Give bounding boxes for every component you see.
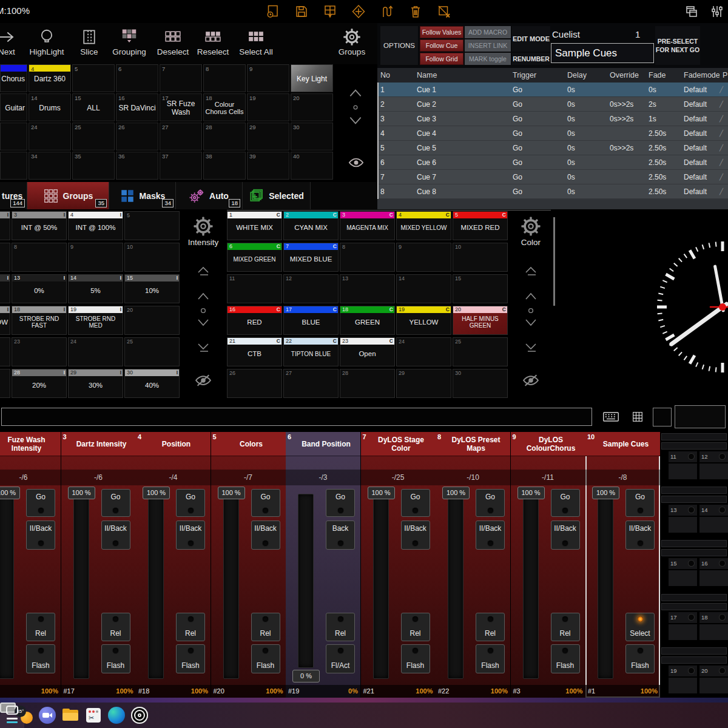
group-cell[interactable]: 17SR Fuze Wash — [160, 93, 202, 121]
gear-icon[interactable] — [193, 216, 214, 237]
tab-selected[interactable]: Selected — [243, 182, 311, 209]
module-strip[interactable] — [661, 442, 727, 450]
windows-stack-icon[interactable] — [684, 4, 699, 19]
fader-value-badge[interactable]: 100 % — [0, 487, 20, 499]
go-button[interactable]: Go — [476, 489, 505, 517]
color-cell[interactable]: 22CTIPTON BLUE — [283, 337, 339, 366]
module-strip[interactable] — [661, 594, 727, 601]
toolbar-next-button[interactable]: Next — [0, 23, 21, 64]
group-cell[interactable]: 19 — [247, 93, 289, 121]
rel-button[interactable]: Rel — [251, 613, 280, 641]
module-strip[interactable] — [661, 603, 727, 610]
ii-back-button[interactable]: II/Back — [551, 521, 580, 550]
fader-value-badge[interactable]: 100 % — [143, 487, 170, 499]
page-down-icon[interactable] — [192, 315, 214, 330]
faders-icon[interactable] — [710, 4, 724, 19]
flash-button[interactable]: Flash — [26, 644, 55, 673]
module-cell[interactable]: 13 — [669, 505, 697, 533]
gear-icon[interactable] — [521, 216, 541, 237]
intensity-cell[interactable]: 18ISTROBE RND FAST — [12, 306, 67, 335]
group-cell[interactable] — [0, 123, 27, 150]
module-strip[interactable] — [661, 656, 727, 664]
flash-button[interactable]: Flash — [251, 644, 280, 673]
flash-button[interactable]: Flash — [476, 644, 505, 673]
keyboard-icon[interactable] — [598, 408, 624, 425]
group-cell[interactable]: 37 — [160, 152, 202, 180]
eye-icon[interactable] — [345, 154, 367, 171]
go-button[interactable]: Go — [625, 489, 655, 517]
scroll-bottom-icon[interactable] — [520, 340, 542, 354]
module-cell[interactable]: 17 — [669, 612, 697, 640]
cue-row[interactable]: 2Cue 2Go0s0s>>2s2sDefault╱ — [377, 97, 728, 112]
group-cell[interactable]: 6 — [116, 64, 158, 92]
color-cell[interactable]: 11 — [227, 274, 282, 303]
options-button[interactable]: OPTIONS — [380, 26, 418, 65]
new-show-icon[interactable] — [266, 4, 280, 19]
position-icon[interactable] — [351, 4, 366, 19]
toolbar-reselect-button[interactable]: Reselect — [193, 23, 233, 64]
color-cell[interactable]: 14 — [396, 274, 451, 303]
flash-button[interactable]: Flash — [176, 644, 205, 673]
toolbar-deselect-button[interactable]: Deselect — [153, 23, 193, 64]
go-button[interactable]: Go — [326, 489, 355, 517]
color-cell[interactable]: 4CMIXED YELLOW — [396, 211, 451, 240]
tab-groups[interactable]: Groups35 — [27, 182, 109, 209]
fader-track[interactable] — [148, 493, 164, 679]
fader-track[interactable] — [73, 493, 89, 679]
intensity-cell[interactable] — [0, 369, 10, 398]
teams-icon[interactable] — [39, 707, 56, 724]
group-cell[interactable]: 24 — [29, 123, 71, 150]
color-cell[interactable]: 13 — [340, 274, 395, 303]
cuelist-name-field[interactable] — [551, 43, 654, 63]
group-cell[interactable]: 25 — [72, 123, 115, 150]
color-cell[interactable]: 12 — [283, 274, 339, 303]
group-cell[interactable]: 27 — [160, 123, 202, 150]
color-cell[interactable]: 28 — [340, 369, 395, 398]
module-cell[interactable]: 16 — [699, 558, 728, 586]
group-cell[interactable]: 7 — [160, 64, 202, 92]
color-cell[interactable]: 1CWHITE MIX — [227, 211, 282, 240]
intensity-cell[interactable]: 29I30% — [68, 369, 123, 398]
flash-button[interactable]: Flash — [101, 644, 130, 673]
color-cell[interactable]: 21CCTB — [227, 337, 282, 366]
edge-browser-icon[interactable] — [108, 707, 125, 724]
group-cell[interactable]: ur Chorus — [0, 64, 27, 92]
module-strip[interactable] — [661, 540, 727, 547]
group-cell[interactable]: 36 — [116, 152, 158, 180]
follow-grid-button[interactable]: Follow Grid — [420, 53, 463, 65]
group-cell[interactable] — [0, 152, 27, 180]
page-down-icon[interactable] — [345, 113, 366, 129]
color-cell[interactable]: 23COpen — [340, 337, 395, 366]
page-up-icon[interactable] — [345, 85, 366, 101]
cue-row[interactable]: 3Cue 3Go0s0s>>2s1sDefault╱ — [377, 112, 728, 126]
tab-auto[interactable]: Auto18 — [176, 182, 243, 209]
fader-track[interactable] — [0, 493, 14, 679]
intensity-cell[interactable]: 30I40% — [124, 369, 180, 398]
follow-values-button[interactable]: Follow Values — [420, 26, 463, 38]
intensity-cell[interactable]: 14I5% — [68, 274, 123, 303]
fader-track[interactable] — [598, 493, 613, 679]
fader-track[interactable] — [523, 493, 539, 679]
page-up-icon[interactable] — [192, 289, 214, 303]
color-cell[interactable]: 25 — [453, 337, 508, 366]
mark-toggle-button[interactable]: MARK toggle — [465, 53, 511, 65]
rel-button[interactable]: Rel — [26, 613, 55, 641]
command-line-input[interactable] — [1, 408, 592, 426]
scroll-top-icon[interactable] — [192, 263, 214, 278]
fader-track[interactable] — [373, 493, 389, 679]
module-cell[interactable]: 11 — [669, 451, 697, 479]
module-strip[interactable] — [661, 549, 727, 556]
intensity-cell[interactable]: 3IINT @ 50% — [12, 211, 67, 240]
tab-fixtures[interactable]: tures144 — [0, 182, 27, 209]
ii-back-button[interactable]: II/Back — [625, 521, 655, 550]
intensity-cell[interactable]: 10 — [124, 243, 180, 272]
fader-value-badge[interactable]: 100 % — [368, 487, 395, 499]
ii-back-button[interactable]: II/Back — [476, 521, 505, 550]
cue-table-scrollbar[interactable] — [377, 83, 379, 199]
flash-button[interactable]: Flash — [625, 644, 655, 673]
fader-value-badge[interactable]: 100 % — [68, 487, 95, 499]
undo-icon[interactable] — [380, 4, 394, 19]
fader-track[interactable] — [298, 494, 314, 668]
module-cell[interactable]: 19 — [669, 666, 697, 693]
intensity-cell[interactable]: 8 — [12, 243, 67, 272]
